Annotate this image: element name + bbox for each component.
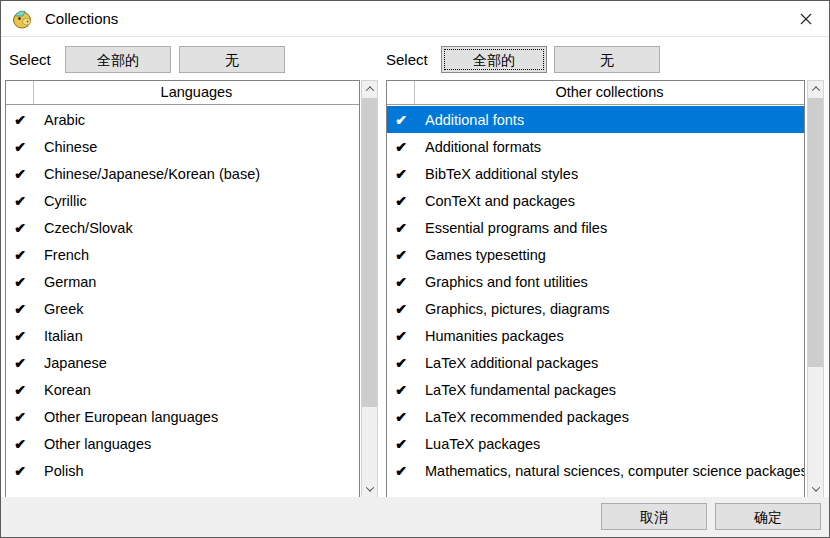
check-icon: ✔ xyxy=(6,166,34,182)
check-icon: ✔ xyxy=(6,382,34,398)
list-item-label: BibTeX additional styles xyxy=(415,166,578,182)
list-item[interactable]: ✔Additional formats xyxy=(387,133,804,160)
check-column-header xyxy=(387,81,415,104)
list-item[interactable]: ✔Korean xyxy=(6,376,359,403)
languages-scrollbar[interactable] xyxy=(361,80,378,498)
other-collections-scrollbar[interactable] xyxy=(807,80,824,498)
right-select-none-button[interactable]: 无 xyxy=(554,46,660,73)
list-item[interactable]: ✔Czech/Slovak xyxy=(6,214,359,241)
close-button[interactable] xyxy=(783,1,829,36)
left-select-label: Select xyxy=(9,46,51,73)
check-icon: ✔ xyxy=(6,436,34,452)
list-item[interactable]: ✔Humanities packages xyxy=(387,322,804,349)
scrollbar-thumb[interactable] xyxy=(362,98,377,407)
list-item-label: Chinese/Japanese/Korean (base) xyxy=(34,166,260,182)
list-item[interactable]: ✔LaTeX fundamental packages xyxy=(387,376,804,403)
list-item-label: Mathematics, natural sciences, computer … xyxy=(415,463,804,479)
list-item-label: Japanese xyxy=(34,355,107,371)
list-item[interactable]: ✔Essential programs and files xyxy=(387,214,804,241)
list-item-label: Graphics and font utilities xyxy=(415,274,588,290)
list-item-label: LaTeX fundamental packages xyxy=(415,382,616,398)
languages-header-row: Languages xyxy=(6,81,359,105)
list-item[interactable]: ✔LaTeX recommended packages xyxy=(387,403,804,430)
list-item[interactable]: ✔Chinese xyxy=(6,133,359,160)
check-icon: ✔ xyxy=(6,193,34,209)
check-icon: ✔ xyxy=(6,274,34,290)
list-item-label: Additional fonts xyxy=(415,112,524,128)
check-icon: ✔ xyxy=(6,328,34,344)
scroll-down-icon[interactable] xyxy=(808,481,823,497)
check-icon: ✔ xyxy=(387,112,415,128)
list-item[interactable]: ✔Other European languages xyxy=(6,403,359,430)
scroll-up-icon[interactable] xyxy=(808,81,823,97)
check-icon: ✔ xyxy=(387,463,415,479)
list-item[interactable]: ✔Other languages xyxy=(6,430,359,457)
right-select-label: Select xyxy=(386,46,428,73)
list-item[interactable]: ✔Graphics, pictures, diagrams xyxy=(387,295,804,322)
languages-panel: Languages ✔Arabic✔Chinese✔Chinese/Japane… xyxy=(5,80,360,498)
list-item[interactable]: ✔ConTeXt and packages xyxy=(387,187,804,214)
other-collections-list: ✔Additional fonts✔Additional formats✔Bib… xyxy=(387,106,804,497)
list-item[interactable]: ✔German xyxy=(6,268,359,295)
other-collections-header-label: Other collections xyxy=(415,81,804,104)
list-item-label: Czech/Slovak xyxy=(34,220,133,236)
window-title: Collections xyxy=(45,10,118,27)
check-icon: ✔ xyxy=(6,409,34,425)
title-bar: Collections xyxy=(1,1,829,37)
list-item[interactable]: ✔Cyrillic xyxy=(6,187,359,214)
footer-bar: 取消 确定 xyxy=(1,497,829,537)
list-item[interactable]: ✔Chinese/Japanese/Korean (base) xyxy=(6,160,359,187)
list-item-label: French xyxy=(34,247,89,263)
other-collections-panel: Other collections ✔Additional fonts✔Addi… xyxy=(386,80,805,498)
list-item[interactable]: ✔French xyxy=(6,241,359,268)
list-item[interactable]: ✔Greek xyxy=(6,295,359,322)
scroll-down-icon[interactable] xyxy=(362,481,377,497)
list-item[interactable]: ✔Additional fonts xyxy=(387,106,804,133)
list-item[interactable]: ✔LaTeX additional packages xyxy=(387,349,804,376)
list-item-label: LaTeX additional packages xyxy=(415,355,598,371)
list-item-label: Chinese xyxy=(34,139,97,155)
list-item[interactable]: ✔Japanese xyxy=(6,349,359,376)
check-icon: ✔ xyxy=(6,139,34,155)
list-item-label: Arabic xyxy=(34,112,85,128)
check-column-header xyxy=(6,81,34,104)
right-select-all-button[interactable]: 全部的 xyxy=(441,46,547,73)
languages-header-label: Languages xyxy=(34,81,359,104)
languages-list: ✔Arabic✔Chinese✔Chinese/Japanese/Korean … xyxy=(6,106,359,497)
scroll-up-icon[interactable] xyxy=(362,81,377,97)
list-item-label: German xyxy=(34,274,96,290)
check-icon: ✔ xyxy=(387,409,415,425)
list-item[interactable]: ✔LuaTeX packages xyxy=(387,430,804,457)
scrollbar-thumb[interactable] xyxy=(808,98,823,367)
list-item-label: Games typesetting xyxy=(415,247,546,263)
check-icon: ✔ xyxy=(387,328,415,344)
check-icon: ✔ xyxy=(6,463,34,479)
list-item-label: LuaTeX packages xyxy=(415,436,540,452)
list-item-label: Other languages xyxy=(34,436,151,452)
list-item-label: Polish xyxy=(34,463,84,479)
list-item-label: Humanities packages xyxy=(415,328,564,344)
list-item[interactable]: ✔Polish xyxy=(6,457,359,484)
check-icon: ✔ xyxy=(387,166,415,182)
list-item-label: Essential programs and files xyxy=(415,220,607,236)
check-icon: ✔ xyxy=(6,220,34,236)
list-item-label: ConTeXt and packages xyxy=(415,193,575,209)
ok-button[interactable]: 确定 xyxy=(715,503,821,530)
left-select-none-button[interactable]: 无 xyxy=(179,46,285,73)
collections-dialog: Collections Select 全部的 无 Select 全部的 无 La… xyxy=(0,0,830,538)
check-icon: ✔ xyxy=(6,301,34,317)
list-item[interactable]: ✔BibTeX additional styles xyxy=(387,160,804,187)
cancel-button[interactable]: 取消 xyxy=(601,503,707,530)
list-item[interactable]: ✔Italian xyxy=(6,322,359,349)
list-item[interactable]: ✔Graphics and font utilities xyxy=(387,268,804,295)
list-item-label: LaTeX recommended packages xyxy=(415,409,629,425)
list-item[interactable]: ✔Games typesetting xyxy=(387,241,804,268)
left-select-all-button[interactable]: 全部的 xyxy=(65,46,171,73)
check-icon: ✔ xyxy=(387,382,415,398)
list-item[interactable]: ✔Mathematics, natural sciences, computer… xyxy=(387,457,804,484)
list-item[interactable]: ✔Arabic xyxy=(6,106,359,133)
check-icon: ✔ xyxy=(387,220,415,236)
list-item-label: Additional formats xyxy=(415,139,541,155)
list-item-label: Korean xyxy=(34,382,91,398)
list-item-label: Italian xyxy=(34,328,83,344)
